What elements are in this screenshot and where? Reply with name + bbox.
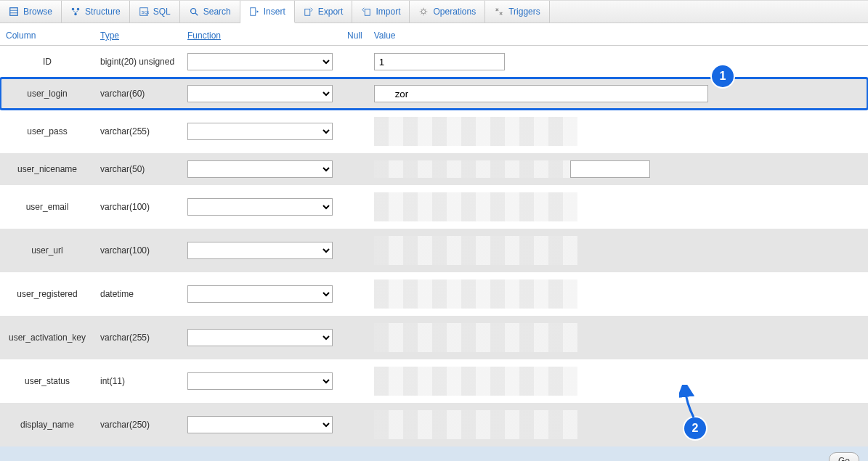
column-type: varchar(60) xyxy=(94,78,182,110)
svg-point-5 xyxy=(74,13,77,16)
column-type: varchar(100) xyxy=(94,229,182,272)
tab-label: Search xyxy=(203,7,231,17)
import-icon xyxy=(361,7,371,17)
table-row: user_nicenamevarchar(50) xyxy=(0,153,868,185)
function-select[interactable] xyxy=(187,372,333,390)
table-row: display_namevarchar(250) xyxy=(0,403,868,446)
column-type: bigint(20) unsigned xyxy=(94,46,182,78)
redacted-value xyxy=(374,160,570,178)
table-row: IDbigint(20) unsigned xyxy=(0,46,868,78)
column-type: varchar(250) xyxy=(94,403,182,446)
table-row: user_statusint(11) xyxy=(0,359,868,403)
function-select[interactable] xyxy=(187,53,333,70)
tab-label: Triggers xyxy=(508,7,540,17)
tab-label: Import xyxy=(376,7,400,17)
insert-icon xyxy=(249,7,259,17)
null-cell xyxy=(341,359,368,403)
structure-icon xyxy=(70,7,81,17)
function-select[interactable] xyxy=(187,416,333,433)
insert-form-table: Column Type Function Null Value IDbigint… xyxy=(0,26,868,461)
function-select[interactable] xyxy=(187,242,333,259)
svg-rect-12 xyxy=(365,9,370,16)
redacted-value xyxy=(374,323,577,352)
tab-label: Export xyxy=(318,7,344,17)
table-row: user_passvarchar(255) xyxy=(0,110,868,153)
header-type[interactable]: Type xyxy=(94,26,182,46)
table-row: user_emailvarchar(100) xyxy=(0,185,868,229)
column-name: user_email xyxy=(0,185,94,229)
svg-point-8 xyxy=(190,9,195,14)
redacted-value xyxy=(374,117,577,146)
triggers-icon xyxy=(494,7,504,17)
sql-icon: SQL xyxy=(139,7,149,17)
svg-point-4 xyxy=(77,8,80,11)
tab-label: Browse xyxy=(23,7,52,17)
value-input[interactable] xyxy=(374,53,505,70)
function-select[interactable] xyxy=(187,85,333,102)
browse-icon xyxy=(9,7,19,17)
svg-point-13 xyxy=(422,9,426,13)
null-cell xyxy=(341,185,368,229)
tab-search[interactable]: Search xyxy=(180,1,240,23)
tab-sql[interactable]: SQL SQL xyxy=(130,1,180,23)
tab-structure[interactable]: Structure xyxy=(62,1,130,23)
header-value: Value xyxy=(368,26,868,46)
header-column: Column xyxy=(0,26,94,46)
value-input[interactable] xyxy=(374,85,708,102)
null-cell xyxy=(341,272,368,316)
annotation-badge-1: 1 xyxy=(712,65,734,87)
function-select[interactable] xyxy=(187,123,333,140)
tab-export[interactable]: Export xyxy=(295,1,353,23)
annotation-badge-2: 2 xyxy=(684,417,706,439)
column-name: user_nicename xyxy=(0,153,94,185)
tab-import[interactable]: Import xyxy=(352,1,410,23)
tab-label: Structure xyxy=(85,7,121,17)
redacted-value xyxy=(374,236,577,265)
table-row: user_loginvarchar(60) xyxy=(0,78,868,110)
operations-icon xyxy=(418,7,429,17)
null-cell xyxy=(341,46,368,78)
table-row: user_urlvarchar(100) xyxy=(0,229,868,272)
tab-label: SQL xyxy=(153,7,171,17)
export-icon xyxy=(304,7,314,17)
header-null: Null xyxy=(341,26,368,46)
svg-rect-11 xyxy=(305,9,310,16)
column-type: int(11) xyxy=(94,359,182,403)
svg-rect-10 xyxy=(251,7,256,15)
column-name: display_name xyxy=(0,403,94,446)
tab-browse[interactable]: Browse xyxy=(0,1,62,23)
function-select[interactable] xyxy=(187,285,333,303)
tab-triggers[interactable]: Triggers xyxy=(485,1,550,23)
table-row: user_registereddatetime xyxy=(0,272,868,316)
value-input[interactable] xyxy=(570,160,650,178)
redacted-value xyxy=(374,367,577,396)
redacted-value xyxy=(374,192,577,221)
null-cell xyxy=(341,316,368,359)
column-type: varchar(50) xyxy=(94,153,182,185)
column-name: ID xyxy=(0,46,94,78)
column-name: user_registered xyxy=(0,272,94,316)
svg-point-3 xyxy=(72,8,75,11)
redacted-value xyxy=(374,410,577,439)
function-select[interactable] xyxy=(187,160,333,178)
svg-text:SQL: SQL xyxy=(141,9,149,15)
null-cell xyxy=(341,229,368,272)
tab-bar: Browse Structure SQL SQL Search Insert E… xyxy=(0,0,868,23)
go-button[interactable]: Go xyxy=(829,452,859,461)
column-name: user_pass xyxy=(0,110,94,153)
tab-label: Insert xyxy=(264,7,285,17)
function-select[interactable] xyxy=(187,198,333,216)
function-select[interactable] xyxy=(187,329,333,346)
tab-insert[interactable]: Insert xyxy=(240,1,295,23)
null-cell xyxy=(341,403,368,446)
column-name: user_url xyxy=(0,229,94,272)
column-name: user_status xyxy=(0,359,94,403)
table-row: user_activation_keyvarchar(255) xyxy=(0,316,868,359)
column-type: varchar(255) xyxy=(94,316,182,359)
null-cell xyxy=(341,110,368,153)
tab-operations[interactable]: Operations xyxy=(410,1,485,23)
search-icon xyxy=(189,7,199,17)
null-cell xyxy=(341,153,368,185)
column-type: varchar(100) xyxy=(94,185,182,229)
header-function[interactable]: Function xyxy=(182,26,341,46)
